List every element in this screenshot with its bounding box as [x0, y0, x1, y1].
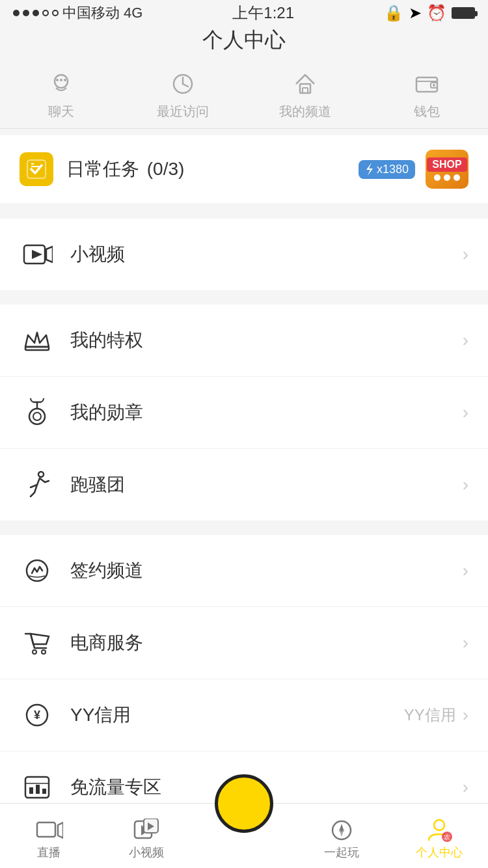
svg-point-52: [340, 829, 343, 832]
chevron-yycredit: ›: [463, 705, 468, 726]
dot1: [13, 10, 20, 16]
svg-point-27: [29, 409, 45, 424]
header: 个人中心: [0, 26, 488, 55]
shop-badge[interactable]: SHOP: [426, 150, 468, 189]
tab-channel[interactable]: 我的频道: [244, 61, 366, 128]
svg-point-10: [60, 79, 62, 81]
tab-chat-label: 聊天: [48, 103, 74, 120]
status-bar: 中国移动 4G 上午1:21 🔒 ➤ ⏰: [0, 0, 488, 26]
group-sep-0: [0, 211, 488, 219]
signed-icon: [20, 553, 55, 588]
svg-point-9: [56, 79, 59, 81]
credit-icon: ¥: [20, 698, 55, 733]
nav-tabs-container: 聊天 最近访问 我的频道: [0, 61, 488, 129]
user-icon: 农: [424, 817, 455, 843]
svg-rect-39: [29, 787, 33, 794]
menu-item-running-label: 跑骚团: [70, 472, 463, 497]
cart-icon: [20, 625, 55, 660]
wallet-icon: [411, 68, 443, 100]
daily-task-row[interactable]: 日常任务 (0/3) x1380 SHOP: [0, 135, 488, 203]
chat-icon: [45, 68, 77, 100]
status-right: 🔒 ➤ ⏰: [384, 4, 475, 22]
group-sep-2: [0, 527, 488, 535]
battery-icon: [452, 7, 475, 19]
svg-point-11: [64, 79, 66, 81]
home-icon: [289, 68, 321, 100]
home-circle[interactable]: [215, 774, 273, 833]
svg-text:农: 农: [444, 834, 450, 841]
carrier-label: 中国移动: [62, 3, 120, 23]
dot3: [33, 10, 39, 16]
svg-point-33: [33, 650, 36, 654]
tab-wallet[interactable]: 钱包: [366, 61, 489, 128]
bottom-tab-play-together-label: 一起玩: [324, 845, 359, 860]
svg-line-14: [183, 84, 188, 87]
svg-point-19: [433, 84, 435, 87]
video-icon: [20, 237, 55, 272]
tab-channel-label: 我的频道: [279, 103, 331, 120]
shop-dot1: [434, 174, 441, 181]
chevron-running: ›: [463, 474, 468, 495]
shop-dot3: [454, 174, 460, 181]
svg-point-48: [232, 792, 256, 815]
play-circle-icon: [131, 817, 162, 843]
bottom-tab-short-video-label: 小视频: [129, 845, 164, 860]
menu-item-yycredit-label: YY信用: [70, 703, 404, 727]
menu-item-video[interactable]: 小视频 ›: [0, 219, 488, 290]
live-icon: [33, 817, 64, 843]
dot2: [23, 10, 29, 16]
daily-task-label: 日常任务 (0/3): [66, 157, 353, 182]
group-sep-1: [0, 297, 488, 305]
svg-rect-41: [42, 789, 46, 794]
bottom-tab-live[interactable]: 直播: [0, 812, 98, 860]
location-icon: ➤: [409, 4, 422, 22]
bottom-tab-bar: 直播 小视频 一起玩: [0, 803, 488, 868]
dot4: [42, 10, 49, 16]
svg-rect-26: [25, 347, 49, 350]
menu-item-ecommerce-label: 电商服务: [70, 631, 463, 655]
menu-item-privilege[interactable]: 我的特权 ›: [0, 305, 488, 377]
menu-item-yycredit[interactable]: ¥ YY信用 YY信用 ›: [0, 679, 488, 752]
menu-group-1: 小视频 ›: [0, 219, 488, 290]
bottom-tab-live-label: 直播: [37, 845, 61, 860]
menu-item-running[interactable]: 跑骚团 ›: [0, 449, 488, 521]
lock-icon: 🔒: [384, 4, 403, 22]
multiplier-badge: x1380: [359, 160, 415, 179]
chevron-privilege: ›: [463, 330, 468, 351]
svg-point-31: [38, 472, 44, 477]
svg-rect-40: [36, 785, 40, 794]
svg-rect-20: [27, 160, 46, 178]
chevron-medal: ›: [463, 402, 468, 423]
tab-recent[interactable]: 最近访问: [122, 61, 245, 128]
menu-item-signed[interactable]: 签约频道 ›: [0, 535, 488, 607]
nav-tabs: 聊天 最近访问 我的频道: [0, 61, 488, 129]
yycredit-hint: YY信用: [404, 705, 456, 726]
status-time: 上午1:21: [232, 3, 294, 23]
page-title: 个人中心: [0, 26, 488, 55]
svg-marker-24: [46, 247, 53, 262]
compass-icon: [326, 817, 357, 843]
menu-item-signed-label: 签约频道: [70, 558, 463, 583]
medal-icon: [20, 395, 55, 430]
chevron-signed: ›: [463, 560, 468, 581]
shop-dot2: [444, 174, 450, 181]
bottom-tab-personal-label: 个人中心: [416, 845, 463, 860]
tab-wallet-label: 钱包: [414, 103, 440, 120]
svg-point-53: [434, 820, 444, 830]
chevron-video: ›: [463, 244, 468, 265]
menu-item-ecommerce[interactable]: 电商服务 ›: [0, 607, 488, 679]
alarm-icon: ⏰: [427, 4, 446, 22]
menu-item-medal[interactable]: 我的勋章 ›: [0, 377, 488, 449]
crown-icon: [20, 323, 55, 358]
dot5: [52, 10, 59, 16]
tab-chat[interactable]: 聊天: [0, 61, 122, 128]
running-icon: [20, 467, 55, 502]
network-label: 4G: [124, 5, 142, 21]
svg-marker-43: [58, 822, 63, 838]
bottom-tab-short-video[interactable]: 小视频: [98, 812, 195, 860]
bottom-tab-play-together[interactable]: 一起玩: [293, 812, 390, 860]
svg-point-34: [42, 650, 46, 654]
bottom-tab-personal[interactable]: 农 个人中心: [390, 812, 488, 860]
svg-point-28: [33, 413, 41, 420]
chevron-traffic: ›: [463, 777, 468, 798]
